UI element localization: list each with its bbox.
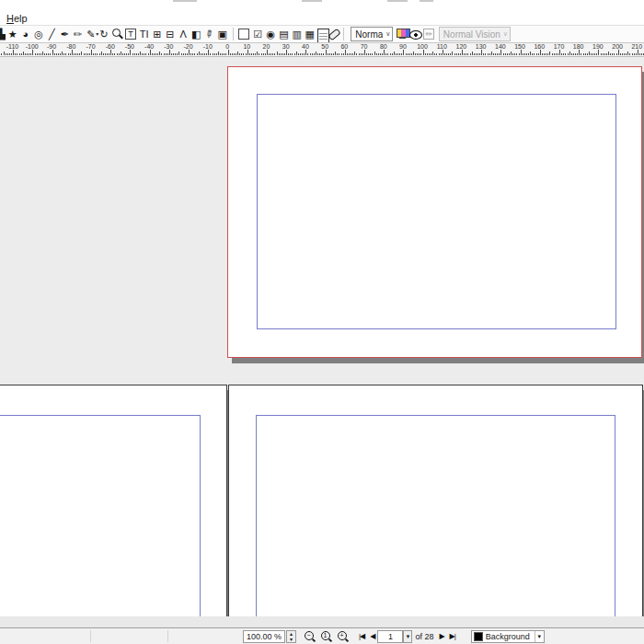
ruler-tick <box>425 53 426 55</box>
ruler-tick <box>409 53 410 55</box>
ruler-label: -20 <box>184 43 193 50</box>
zoom-in-button[interactable]: + <box>337 629 350 643</box>
edit-in-preview-toggle-icon: ✏ <box>423 29 434 40</box>
ruler-tick <box>587 53 588 55</box>
ruler-tick <box>464 53 465 55</box>
page-1-margin-guides <box>257 94 616 329</box>
ruler-tick <box>39 53 40 55</box>
ruler-tick <box>516 53 517 55</box>
ruler-label: -60 <box>106 43 115 50</box>
ruler-tick <box>500 50 501 55</box>
ruler-label: 70 <box>361 43 368 50</box>
zoom-spinner[interactable]: ▴ ▾ <box>286 630 296 643</box>
ruler-tick <box>109 53 109 55</box>
ruler-label: -10 <box>203 43 213 50</box>
ruler-tick <box>150 50 151 55</box>
insert-shape-tool-icon[interactable]: ▙ <box>0 27 6 41</box>
page-number-input[interactable] <box>377 630 403 643</box>
horizontal-ruler[interactable]: -110-100-90-80-70-60-50-40-30-20-1001020… <box>0 43 644 57</box>
layer-select[interactable]: Background ▼ <box>471 630 545 643</box>
page-3[interactable] <box>228 385 643 616</box>
pdf-check-box-tool-icon[interactable]: ☑ <box>252 27 264 41</box>
insert-arc-tool-icon[interactable]: ◕ <box>19 27 31 41</box>
ruler-tick <box>136 53 137 55</box>
insert-freehand-line-tool-icon[interactable]: ✏ <box>72 27 84 41</box>
ruler-label: -30 <box>164 43 173 50</box>
insert-bezier-curve-tool-icon[interactable]: ✒ <box>59 27 71 41</box>
pdf-link-annotation-tool-icon[interactable] <box>328 27 339 41</box>
measurements-tool-icon[interactable]: Λ <box>178 27 190 41</box>
ruler-tick <box>4 52 5 55</box>
ruler-tick <box>144 53 144 55</box>
last-page-button[interactable]: ▶| <box>450 632 455 640</box>
pdf-radio-button-tool-icon[interactable]: ◉ <box>265 27 277 41</box>
ruler-tick <box>236 53 236 55</box>
story-editor-tool-icon[interactable]: TI <box>138 27 150 41</box>
toggle-images-tool-icon[interactable]: ▣ <box>216 27 228 41</box>
copy-item-properties-tool-icon[interactable]: ◧ <box>190 27 202 41</box>
toolbar-separator <box>343 28 344 40</box>
ruler-tick <box>452 52 453 55</box>
first-page-button[interactable]: |◀ <box>359 632 364 640</box>
zoom-out-button[interactable]: − <box>304 629 316 643</box>
ruler-tick <box>86 53 86 55</box>
page-select-dropdown[interactable]: ▼ <box>403 630 412 643</box>
zoom-level-input[interactable] <box>243 630 285 643</box>
scrollbar-strip[interactable] <box>0 616 644 627</box>
insert-line-tool-icon[interactable]: ╱ <box>46 27 58 41</box>
ruler-tick <box>181 53 182 55</box>
ruler-tick <box>122 53 123 55</box>
pdf-text-annotation-tool-icon[interactable] <box>317 27 327 41</box>
ruler-tick <box>432 52 433 55</box>
ruler-tick <box>571 53 572 55</box>
spin-down-icon[interactable]: ▾ <box>290 637 293 642</box>
insert-polygon-tool-icon[interactable]: ★ <box>6 27 18 41</box>
ruler-tick <box>44 53 45 55</box>
ruler-tick <box>538 53 539 55</box>
insert-calligraphic-line-tool-icon[interactable]: ✎▾ <box>85 27 97 41</box>
preview-quality-select[interactable]: Normal∨ <box>351 27 393 41</box>
zoom-100-button[interactable]: 1 <box>320 629 333 643</box>
insert-spiral-tool-icon[interactable]: ◎ <box>33 27 45 41</box>
ruler-tick <box>347 53 348 55</box>
edit-contents-tool-icon[interactable]: T <box>125 29 136 40</box>
ruler-tick <box>321 53 322 55</box>
ruler-tick <box>585 53 586 55</box>
ruler-tick <box>392 53 393 55</box>
rotate-item-tool-icon[interactable]: ↻ <box>98 27 110 41</box>
link-text-frames-tool-icon[interactable]: ⊞ <box>151 27 163 41</box>
page-2[interactable] <box>0 385 227 616</box>
ruler-tick <box>63 53 64 55</box>
ruler-tick <box>419 53 420 55</box>
page-1[interactable] <box>227 66 642 358</box>
ruler-tick <box>274 53 275 55</box>
ruler-tick <box>42 52 43 55</box>
next-page-button[interactable]: ▶ <box>439 632 443 640</box>
pdf-combo-box-tool-icon[interactable]: ▥ <box>291 27 303 41</box>
preview-mode-toggle-icon[interactable] <box>409 27 421 41</box>
menu-help[interactable]: Help <box>5 13 29 24</box>
ruler-label: 180 <box>573 43 584 50</box>
pdf-text-field-tool-icon[interactable]: ▤ <box>278 27 290 41</box>
ruler-tick <box>397 53 398 55</box>
ruler-tick <box>247 50 248 55</box>
eye-dropper-tool-icon[interactable]: ✏ <box>201 27 217 41</box>
pdf-push-button-tool-icon[interactable] <box>238 29 249 40</box>
ruler-tick <box>565 53 566 55</box>
pdf-list-box-tool-icon[interactable]: ▦ <box>304 27 316 41</box>
layer-dropdown-icon[interactable]: ▼ <box>535 631 544 642</box>
ruler-tick <box>154 53 155 55</box>
ruler-tick <box>552 53 553 55</box>
unlink-text-frames-tool-icon[interactable]: ⊟ <box>164 27 176 41</box>
ruler-tick <box>99 53 100 55</box>
one-sign: 1 <box>321 631 329 639</box>
ruler-tick <box>329 53 330 55</box>
canvas-area[interactable] <box>0 57 644 616</box>
ruler-tick <box>481 50 482 55</box>
ruler-tick <box>30 53 31 55</box>
ruler-tick <box>429 53 430 55</box>
ruler-tick <box>114 53 115 55</box>
zoom-tool-icon[interactable] <box>111 27 123 41</box>
previous-page-button[interactable]: ◀ <box>370 632 374 640</box>
color-management-toggle-icon[interactable] <box>397 27 408 41</box>
